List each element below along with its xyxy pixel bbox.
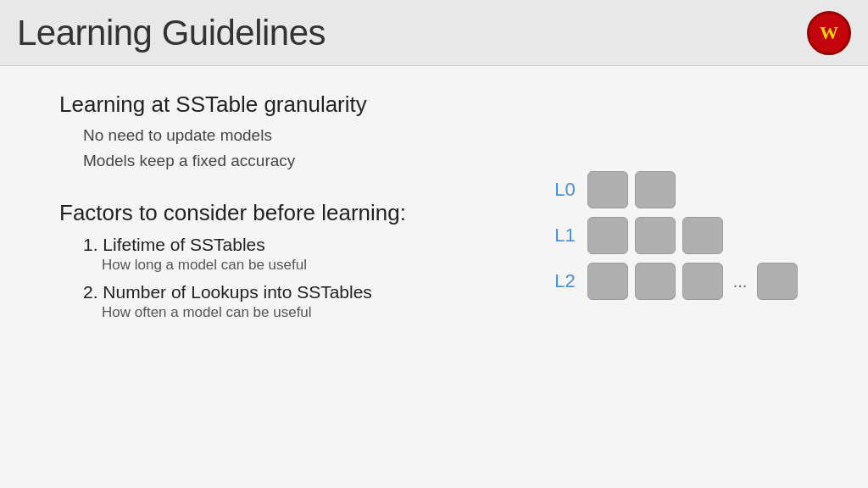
- numbered-list: 1. Lifetime of SSTables How long a model…: [59, 235, 504, 321]
- section1-point-1: No need to update models: [59, 123, 504, 148]
- sstable-box: [587, 171, 628, 208]
- sstable-box: [635, 263, 676, 300]
- list-item-2: 2. Number of Lookups into SSTables How o…: [83, 282, 504, 321]
- section2-heading: Factors to consider before learning:: [59, 200, 504, 226]
- sstable-box: [635, 171, 676, 208]
- sstable-box: [682, 263, 723, 300]
- ellipsis-indicator: ...: [730, 272, 751, 291]
- item2-label: 2. Number of Lookups into SSTables: [83, 282, 504, 302]
- right-column: L0 L1 L2 ...: [537, 92, 809, 330]
- sstable-box: [635, 217, 676, 254]
- sstable-box: [682, 217, 723, 254]
- sstable-box: [587, 263, 628, 300]
- sstable-box: [587, 217, 628, 254]
- uw-logo: W: [807, 11, 851, 55]
- uw-logo-text: W: [820, 22, 838, 44]
- diagram-row-l2: L2 ...: [548, 263, 798, 300]
- section1-point-2: Models keep a fixed accuracy: [59, 148, 504, 174]
- section-sstable: Learning at SSTable granularity No need …: [59, 92, 504, 175]
- section-factors: Factors to consider before learning: 1. …: [59, 200, 504, 321]
- item2-sub: How often a model can be useful: [83, 304, 504, 321]
- slide-title: Learning Guidelines: [17, 13, 326, 53]
- level-label-l1: L1: [548, 225, 576, 247]
- diagram-row-l0: L0: [548, 171, 798, 208]
- slide: Learning Guidelines W Learning at SSTabl…: [0, 0, 868, 488]
- left-column: Learning at SSTable granularity No need …: [59, 92, 504, 330]
- content-area: Learning at SSTable granularity No need …: [0, 66, 868, 347]
- item1-sub: How long a model can be useful: [83, 257, 504, 274]
- header: Learning Guidelines W: [0, 0, 868, 66]
- section1-heading: Learning at SSTable granularity: [59, 92, 504, 118]
- item1-label: 1. Lifetime of SSTables: [83, 235, 504, 255]
- diagram-row-l1: L1: [548, 217, 798, 254]
- level-label-l0: L0: [548, 179, 576, 201]
- level-diagram: L0 L1 L2 ...: [548, 171, 798, 300]
- sstable-box: [757, 263, 798, 300]
- level-label-l2: L2: [548, 270, 576, 292]
- list-item-1: 1. Lifetime of SSTables How long a model…: [83, 235, 504, 274]
